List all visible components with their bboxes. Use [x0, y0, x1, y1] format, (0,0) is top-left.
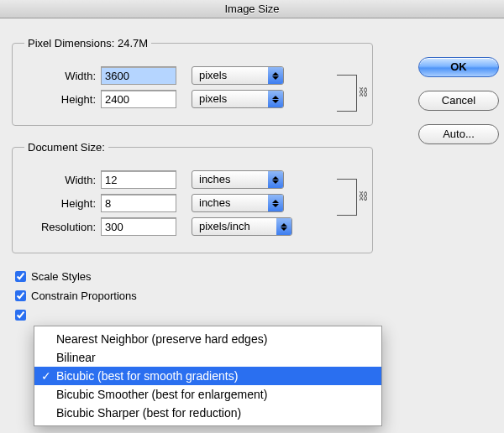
pixel-width-unit-select[interactable]: pixels — [192, 66, 284, 85]
doc-width-unit-select[interactable]: inches — [192, 170, 284, 189]
resolution-unit-select[interactable]: pixels/inch — [192, 217, 292, 236]
scale-styles-label: Scale Styles — [31, 270, 92, 283]
doc-height-input[interactable] — [101, 194, 176, 212]
doc-height-unit-text: inches — [192, 195, 268, 211]
stepper-icon — [268, 91, 283, 107]
pixel-height-unit-select[interactable]: pixels — [192, 90, 284, 108]
menu-item-bicubic-smoother[interactable]: Bicubic Smoother (best for enlargement) — [34, 385, 381, 404]
constrain-label: Constrain Proportions — [31, 290, 137, 302]
pixel-width-unit-text: pixels — [192, 67, 268, 84]
pixel-height-label: Height: — [24, 93, 96, 106]
doc-height-unit-select[interactable]: inches — [192, 194, 284, 212]
menu-item-bicubic[interactable]: Bicubic (best for smooth gradients) — [34, 367, 381, 385]
doc-width-label: Width: — [24, 174, 96, 186]
constrain-checkbox[interactable] — [15, 290, 26, 301]
pixel-width-label: Width: — [24, 70, 96, 82]
stepper-icon — [268, 171, 283, 188]
menu-item-nearest-neighbor[interactable]: Nearest Neighbor (preserve hard edges) — [34, 330, 381, 348]
pixel-height-input[interactable] — [101, 90, 176, 108]
document-size-group: Document Size: Width: inches Height: inc… — [12, 141, 373, 253]
stepper-icon — [276, 218, 291, 235]
window-title: Image Size — [0, 0, 504, 18]
document-size-legend: Document Size: — [24, 141, 108, 154]
doc-width-input[interactable] — [101, 170, 176, 189]
doc-height-label: Height: — [24, 197, 96, 210]
stepper-icon — [268, 67, 283, 84]
resample-method-menu[interactable]: Nearest Neighbor (preserve hard edges) B… — [34, 326, 382, 426]
menu-item-bicubic-sharper[interactable]: Bicubic Sharper (best for reduction) — [34, 404, 381, 422]
pixel-dimensions-group: Pixel Dimensions: 24.7M Width: pixels He… — [12, 37, 373, 126]
pixel-height-unit-text: pixels — [192, 91, 268, 107]
doc-width-unit-text: inches — [192, 171, 268, 188]
menu-item-bilinear[interactable]: Bilinear — [34, 348, 381, 367]
stepper-icon — [268, 195, 283, 211]
resolution-label: Resolution: — [24, 221, 96, 233]
constrain-bracket — [337, 179, 357, 216]
pixel-dimensions-legend: Pixel Dimensions: 24.7M — [24, 37, 151, 50]
constrain-bracket — [337, 75, 357, 112]
auto-button[interactable]: Auto... — [418, 124, 499, 144]
link-icon: ⛓ — [359, 190, 369, 202]
ok-button[interactable]: OK — [418, 57, 499, 77]
resample-checkbox[interactable] — [15, 310, 26, 321]
resolution-unit-text: pixels/inch — [192, 218, 276, 235]
link-icon: ⛓ — [359, 86, 369, 98]
cancel-button[interactable]: Cancel — [418, 91, 499, 111]
scale-styles-checkbox[interactable] — [15, 271, 26, 282]
pixel-width-input[interactable] — [101, 66, 176, 85]
resolution-input[interactable] — [101, 217, 176, 236]
